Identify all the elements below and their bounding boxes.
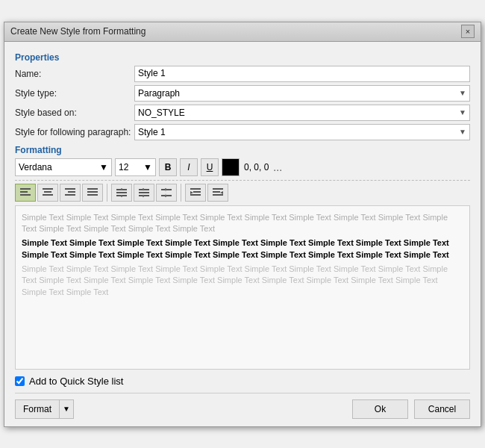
cancel-button[interactable]: Cancel [414,399,470,419]
svg-rect-5 [43,194,53,196]
svg-marker-29 [190,191,193,194]
font-name: Verdana [19,162,52,172]
svg-rect-31 [213,191,220,193]
size-arrow-icon: ▼ [143,162,152,172]
underline-button[interactable]: U [201,158,219,176]
svg-rect-3 [43,188,53,190]
align-justify-button[interactable] [82,184,103,202]
style-following-label: Style for following paragraph: [15,127,134,137]
style-based-on-select[interactable]: NO_STYLE ▼ [134,105,470,121]
svg-rect-19 [139,195,149,196]
font-arrow-icon: ▼ [99,162,108,172]
font-select[interactable]: Verdana ▼ [15,158,112,176]
right-buttons: Ok Cancel [352,399,470,419]
style-following-select[interactable]: Style 1 ▼ [134,124,470,140]
indent-decrease-icon [213,188,223,197]
style-based-on-label: Style based on: [15,108,134,118]
svg-marker-33 [220,191,223,194]
color-picker[interactable] [222,158,240,176]
bottom-buttons: Format ▼ Ok Cancel [15,393,470,419]
svg-rect-9 [87,188,98,190]
style-following-value: Style 1 [138,127,166,137]
preview-normal-text: Simple Text Simple Text Simple Text Simp… [22,212,463,235]
size-select[interactable]: 12 ▼ [115,158,156,176]
ok-button[interactable]: Ok [352,399,408,419]
style-following-arrow-icon: ▼ [459,128,466,136]
svg-rect-28 [190,194,201,196]
preview-area: Simple Text Simple Text Simple Text Simp… [15,205,470,370]
svg-rect-23 [161,195,172,196]
alignment-toolbar [15,180,470,202]
svg-rect-26 [190,188,201,190]
svg-rect-11 [87,194,98,196]
name-label: Name: [15,69,134,79]
single-space-button[interactable] [111,184,132,202]
title-bar: Create New Style from Formatting × [4,22,481,42]
color-label: 0, 0, 0 [244,162,269,172]
quick-style-row: Add to Quick Style list [15,376,470,387]
close-button[interactable]: × [461,25,475,38]
svg-rect-1 [20,191,28,193]
style-following-row: Style for following paragraph: Style 1 ▼ [15,124,470,140]
svg-rect-2 [20,194,31,196]
double-space-button[interactable] [156,184,177,202]
format-dropdown-arrow-icon[interactable]: ▼ [60,400,73,418]
style-based-on-value: NO_STYLE [138,108,185,118]
align-justify-icon [87,188,98,197]
format-dropdown-label: Format [16,400,60,418]
format-dropdown[interactable]: Format ▼ [15,399,74,419]
dialog-title: Create New Style from Formatting [10,26,146,37]
svg-rect-18 [139,192,149,193]
style-type-label: Style type: [15,88,134,99]
toolbar-separator-1 [107,184,107,202]
dialog-body: Properties Name: Style 1 Style type: Par… [4,42,481,426]
style-type-row: Style type: Paragraph ▼ [15,85,470,102]
name-input[interactable]: Style 1 [134,66,470,82]
svg-rect-17 [139,189,149,190]
align-right-button[interactable] [60,184,81,202]
align-right-icon [65,188,75,197]
double-space-icon [161,188,172,197]
style-type-arrow-icon: ▼ [459,89,466,97]
align-left-icon [20,188,31,197]
align-left-button[interactable] [15,184,36,202]
bold-button[interactable]: B [159,158,177,176]
align-center-icon [43,188,53,197]
more-button[interactable]: ... [273,161,282,173]
align-center-button[interactable] [37,184,58,202]
preview-light-text: Simple Text Simple Text Simple Text Simp… [22,264,463,298]
font-size: 12 [119,162,128,172]
svg-rect-6 [65,188,75,190]
svg-rect-30 [213,188,223,190]
quick-style-label[interactable]: Add to Quick Style list [29,376,123,387]
preview-bold-text: Simple Text Simple Text Simple Text Simp… [22,237,463,261]
font-toolbar: Verdana ▼ 12 ▼ B I U 0, 0, 0 ... [15,158,470,176]
italic-button[interactable]: I [180,158,198,176]
properties-section-label: Properties [15,52,470,63]
one-half-space-icon [139,188,149,197]
quick-style-checkbox[interactable] [15,376,25,386]
svg-rect-27 [193,191,201,193]
indent-decrease-button[interactable] [207,184,228,202]
indent-increase-button[interactable] [185,184,206,202]
dialog: Create New Style from Formatting × Prope… [4,22,481,427]
svg-rect-4 [44,191,51,193]
indent-increase-icon [190,188,201,197]
style-type-select[interactable]: Paragraph ▼ [134,85,470,102]
style-type-value: Paragraph [138,88,180,99]
style-based-on-arrow-icon: ▼ [459,108,466,116]
formatting-section: Formatting Verdana ▼ 12 ▼ B I U 0, 0, 0 … [15,145,470,202]
svg-rect-32 [213,194,223,196]
svg-rect-8 [65,194,75,196]
svg-rect-10 [87,191,98,193]
one-half-space-button[interactable] [134,184,154,202]
svg-rect-7 [68,191,75,193]
toolbar-separator-2 [181,184,181,202]
svg-rect-13 [116,192,127,193]
svg-rect-0 [20,188,31,190]
name-row: Name: Style 1 [15,66,470,82]
svg-rect-22 [161,189,172,190]
formatting-section-label: Formatting [15,145,470,155]
single-space-icon [116,188,127,197]
style-based-on-row: Style based on: NO_STYLE ▼ [15,105,470,121]
